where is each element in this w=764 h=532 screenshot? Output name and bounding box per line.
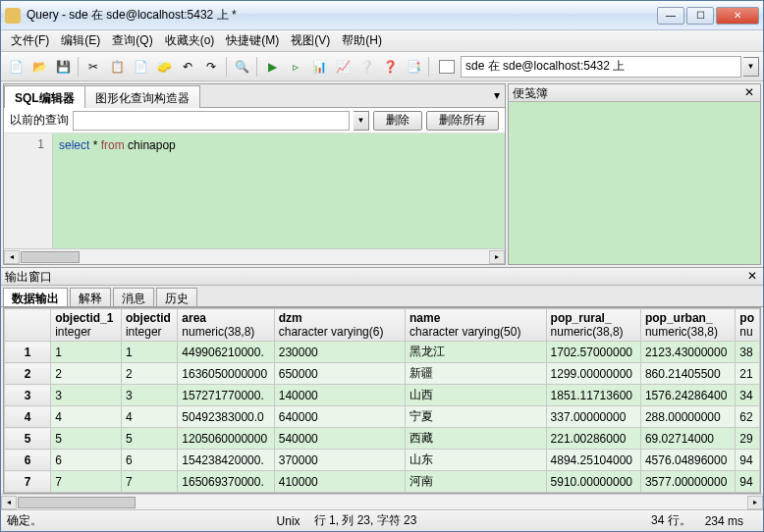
col-po[interactable]: ponu: [736, 309, 760, 342]
menu-帮助(H)[interactable]: 帮助(H): [336, 30, 388, 51]
scratch-pane: 便笺簿 ✕: [508, 83, 761, 265]
titlebar: Query - sde 在 sde@localhost:5432 上 * — ☐…: [1, 1, 763, 30]
table-row[interactable]: 777165069370000.410000河南5910.00000000357…: [5, 471, 760, 493]
table-row[interactable]: 44450492383000.0640000宁夏337.00000000288.…: [5, 406, 760, 428]
prev-query-dropdown-icon[interactable]: ▼: [354, 111, 369, 131]
col-pop_urban_[interactable]: pop_urban_numeric(38,8): [640, 309, 735, 342]
scratch-close-icon[interactable]: ✕: [742, 85, 756, 100]
tab-graphical-builder[interactable]: 图形化查询构造器: [84, 85, 200, 108]
table-row[interactable]: 5551205060000000540000西藏221.0028600069.0…: [5, 428, 760, 450]
find-icon[interactable]: 🔍: [231, 56, 252, 78]
out-tab-0[interactable]: 数据输出: [3, 288, 68, 306]
fav-icon[interactable]: 📑: [403, 56, 424, 78]
explain-icon[interactable]: 📊: [308, 56, 330, 78]
menu-文件(F)[interactable]: 文件(F): [5, 30, 55, 51]
open-icon[interactable]: 📂: [28, 56, 50, 78]
out-tab-2[interactable]: 消息: [113, 288, 154, 306]
connection-field[interactable]: sde 在 sde@localhost:5432 上: [461, 56, 741, 78]
menubar: 文件(F)编辑(E)查询(Q)收藏夹(o)快捷键(M)视图(V)帮助(H): [1, 30, 763, 52]
save-icon[interactable]: 💾: [52, 56, 74, 78]
out-tab-1[interactable]: 解释: [70, 288, 111, 306]
run-icon[interactable]: ▶: [261, 56, 283, 78]
sql-editor[interactable]: select * from chinapop: [53, 133, 505, 248]
statusbar: 确定。 Unix 行 1, 列 23, 字符 23 34 行。 234 ms: [1, 509, 763, 531]
table-row[interactable]: 111449906210000.230000黑龙江1702.5700000021…: [5, 342, 760, 363]
menu-编辑(E)[interactable]: 编辑(E): [55, 30, 106, 51]
connection-dropdown-icon[interactable]: ▼: [743, 57, 759, 77]
paste-icon[interactable]: 📄: [130, 56, 151, 78]
cut-icon[interactable]: ✂: [82, 56, 104, 78]
copy-icon[interactable]: 📋: [106, 56, 128, 78]
output-title: 输出窗口: [5, 269, 52, 284]
line-gutter: 1: [4, 133, 53, 248]
chevron-down-icon[interactable]: ▾: [489, 84, 505, 107]
table-row[interactable]: 666154238420000.370000山东4894.25104000457…: [5, 450, 760, 471]
minimize-button[interactable]: —: [657, 7, 684, 25]
col-objectid[interactable]: objectidinteger: [121, 309, 177, 342]
redo-icon[interactable]: ↷: [200, 56, 222, 78]
prev-query-label: 以前的查询: [10, 112, 69, 129]
output-close-icon[interactable]: ✕: [745, 269, 759, 284]
connection-checkbox[interactable]: [439, 60, 455, 74]
table-row[interactable]: 2221636050000000650000新疆1299.00000000860…: [5, 363, 760, 385]
table-row[interactable]: 333157271770000.140000山西1851.11713600157…: [5, 385, 760, 406]
close-button[interactable]: ✕: [716, 7, 759, 25]
col-name[interactable]: namecharacter varying(50): [406, 309, 547, 342]
menu-快捷键(M)[interactable]: 快捷键(M): [220, 30, 285, 51]
new-icon[interactable]: 📄: [5, 56, 27, 78]
status-unix: Unix: [277, 514, 300, 528]
explain-analyze-icon[interactable]: 📈: [332, 56, 354, 78]
help-icon[interactable]: ❓: [379, 56, 401, 78]
status-time: 234 ms: [705, 514, 743, 528]
undo-icon[interactable]: ↶: [177, 56, 198, 78]
out-tab-3[interactable]: 历史: [156, 288, 197, 306]
editor-pane: SQL编辑器 图形化查询构造器 ▾ 以前的查询 ▼ 删除 删除所有 1 sele…: [3, 83, 506, 265]
col-area[interactable]: areanumeric(38,8): [178, 309, 274, 342]
maximize-button[interactable]: ☐: [686, 7, 714, 25]
menu-视图(V)[interactable]: 视图(V): [285, 30, 336, 51]
status-rows: 34 行。: [651, 512, 691, 529]
scratch-title: 便笺簿: [513, 85, 548, 100]
scratch-area[interactable]: [509, 102, 760, 264]
menu-收藏夹(o)[interactable]: 收藏夹(o): [159, 30, 221, 51]
editor-h-scrollbar[interactable]: ◂▸: [4, 248, 505, 264]
col-pop_rural_[interactable]: pop_rural_numeric(38,8): [546, 309, 640, 342]
clear-icon[interactable]: 🧽: [153, 56, 175, 78]
run-pgscript-icon[interactable]: ▹: [285, 56, 306, 78]
cancel-icon[interactable]: ❔: [355, 56, 377, 78]
tab-sql-editor[interactable]: SQL编辑器: [4, 85, 85, 108]
prev-query-field[interactable]: [73, 111, 350, 131]
menu-查询(Q)[interactable]: 查询(Q): [106, 30, 158, 51]
app-icon: [5, 8, 21, 24]
grid-h-scrollbar[interactable]: ◂▸: [1, 494, 763, 509]
status-ok: 确定。: [7, 512, 42, 529]
status-pos: 行 1, 列 23, 字符 23: [314, 512, 417, 529]
toolbar: 📄 📂 💾 ✂ 📋 📄 🧽 ↶ ↷ 🔍 ▶ ▹ 📊 📈 ❔ ❓ 📑 sde 在 …: [1, 52, 763, 81]
col-dzm[interactable]: dzmcharacter varying(6): [274, 309, 405, 342]
result-grid[interactable]: objectid_1integerobjectidintegerareanume…: [4, 308, 760, 494]
window-title: Query - sde 在 sde@localhost:5432 上 *: [27, 7, 655, 24]
col-objectid_1[interactable]: objectid_1integer: [51, 309, 122, 342]
delete-all-button[interactable]: 删除所有: [426, 111, 499, 131]
delete-button[interactable]: 删除: [373, 111, 422, 131]
